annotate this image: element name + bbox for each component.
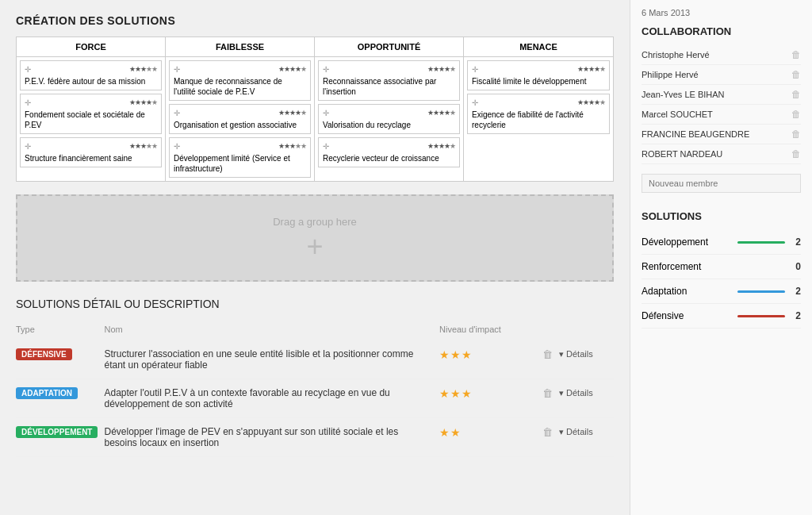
swot-item-text: Fiscalité limite le développement bbox=[472, 76, 605, 86]
star-rating: ★★★★★ bbox=[278, 65, 306, 75]
list-item: Adaptation2 bbox=[642, 279, 801, 304]
solution-type-cell: ADAPTATION bbox=[16, 379, 104, 418]
swot-header: FORCE bbox=[17, 37, 165, 57]
star-rating: ★★★★★ bbox=[427, 109, 455, 118]
swot-item[interactable]: ✛★★★★★Fondement sociale et sociétale de … bbox=[20, 94, 162, 134]
solution-progress-bar bbox=[737, 241, 785, 244]
star-rating: ★★★★★ bbox=[129, 98, 157, 108]
swot-item[interactable]: ✛★★★★★Recyclerie vecteur de croissance bbox=[318, 137, 460, 167]
delete-icon[interactable]: 🗑 bbox=[542, 426, 553, 438]
solution-label: Renforcement bbox=[642, 261, 701, 272]
solutions-sidebar-title: SOLUTIONS bbox=[642, 210, 801, 222]
main-content: CRÉATION DES SOLUTIONS FORCE✛★★★★★P.E.V.… bbox=[0, 0, 630, 515]
solution-actions-cell: 🗑▾ Détails bbox=[542, 379, 614, 418]
solutions-sidebar: Développement2Renforcement0Adaptation2Dé… bbox=[642, 230, 801, 329]
collaboration-list: Christophe Hervé🗑Philippe Hervé🗑Jean-Yve… bbox=[642, 45, 801, 164]
swot-item[interactable]: ✛★★★★★Structure financièrement saine bbox=[20, 137, 162, 167]
th-nom: Nom bbox=[104, 321, 439, 340]
swot-item-text: Valorisation du recyclage bbox=[323, 120, 455, 130]
swot-item[interactable]: ✛★★★★★P.E.V. fédère autour de sa mission bbox=[20, 60, 162, 90]
swot-col-menace: MENACE✛★★★★★Fiscalité limite le développ… bbox=[464, 37, 613, 181]
drag-handle-icon[interactable]: ✛ bbox=[25, 98, 31, 108]
swot-item[interactable]: ✛★★★★★Développement limité (Service et i… bbox=[169, 137, 311, 178]
collaboration-title: COLLABORATION bbox=[642, 25, 801, 37]
star-rating: ★★★★★ bbox=[577, 65, 605, 75]
swot-item-text: Fondement sociale et sociétale de P.EV bbox=[25, 110, 157, 130]
table-row: DÉVELOPPEMENTDévelopper l'image de PEV e… bbox=[16, 418, 614, 457]
swot-col-force: FORCE✛★★★★★P.E.V. fédère autour de sa mi… bbox=[17, 37, 166, 181]
drag-handle-icon[interactable]: ✛ bbox=[323, 108, 329, 118]
solution-label: Défensive bbox=[642, 310, 684, 321]
swot-item[interactable]: ✛★★★★★Organisation et gestion associativ… bbox=[169, 104, 311, 134]
swot-item-text: Organisation et gestion associative bbox=[174, 120, 306, 130]
star-rating: ★★★★★ bbox=[427, 65, 455, 75]
drag-handle-icon[interactable]: ✛ bbox=[323, 64, 329, 75]
solution-count: 0 bbox=[791, 261, 801, 272]
solution-count: 2 bbox=[791, 236, 801, 248]
solution-impact-cell: ★★★ bbox=[439, 340, 542, 379]
drag-handle-icon[interactable]: ✛ bbox=[472, 64, 478, 75]
drag-handle-icon[interactable]: ✛ bbox=[472, 98, 478, 108]
impact-stars: ★★ bbox=[439, 426, 462, 439]
solutions-table: Type Nom Niveau d'impact DÉFENSIVEStruct… bbox=[16, 321, 614, 457]
solution-label: Adaptation bbox=[642, 286, 687, 297]
list-item: Jean-Yves LE BIHAN🗑 bbox=[642, 85, 801, 105]
list-item: ROBERT NARDEAU🗑 bbox=[642, 144, 801, 164]
swot-item[interactable]: ✛★★★★★Manque de reconnaissance de l'util… bbox=[169, 60, 311, 101]
list-item: Marcel SOUCHET🗑 bbox=[642, 105, 801, 125]
solution-impact-cell: ★★ bbox=[439, 418, 542, 457]
swot-items: ✛★★★★★Manque de reconnaissance de l'util… bbox=[166, 57, 314, 181]
solution-badge: DÉFENSIVE bbox=[16, 348, 72, 360]
table-row: DÉFENSIVEStructurer l'association en une… bbox=[16, 340, 614, 379]
drag-handle-icon[interactable]: ✛ bbox=[323, 141, 329, 152]
swot-item[interactable]: ✛★★★★★Fiscalité limite le développement bbox=[467, 60, 610, 90]
swot-item-text: Développement limité (Service et infrast… bbox=[174, 153, 306, 174]
remove-member-icon[interactable]: 🗑 bbox=[791, 148, 801, 159]
list-item: Renforcement0 bbox=[642, 255, 801, 279]
details-link[interactable]: ▾ Détails bbox=[559, 349, 593, 359]
star-rating: ★★★★★ bbox=[129, 65, 157, 75]
star-rating: ★★★★★ bbox=[427, 142, 455, 152]
swot-item[interactable]: ✛★★★★★Exigence de fiabilité de l'activit… bbox=[467, 94, 610, 134]
star-rating: ★★★★★ bbox=[129, 142, 157, 152]
swot-item-text: Reconnaissance associative par l'inserti… bbox=[323, 76, 455, 97]
swot-item[interactable]: ✛★★★★★Valorisation du recyclage bbox=[318, 104, 460, 134]
solution-progress-bar bbox=[737, 315, 785, 317]
swot-item-text: Exigence de fiabilité de l'activité recy… bbox=[472, 110, 605, 130]
th-actions bbox=[542, 321, 614, 340]
details-link[interactable]: ▾ Détails bbox=[559, 427, 593, 437]
swot-header: OPPORTUNITÉ bbox=[315, 37, 463, 57]
new-member-input[interactable] bbox=[642, 174, 801, 193]
list-item: Développement2 bbox=[642, 230, 801, 255]
th-niveau: Niveau d'impact bbox=[439, 321, 542, 340]
drag-handle-icon[interactable]: ✛ bbox=[25, 141, 31, 152]
member-name: Christophe Hervé bbox=[642, 50, 710, 60]
remove-member-icon[interactable]: 🗑 bbox=[791, 49, 801, 60]
remove-member-icon[interactable]: 🗑 bbox=[791, 69, 801, 80]
swot-header: MENACE bbox=[464, 37, 613, 57]
creation-title: CRÉATION DES SOLUTIONS bbox=[16, 14, 614, 27]
drag-handle-icon[interactable]: ✛ bbox=[174, 64, 180, 75]
drag-zone[interactable]: Drag a group here + bbox=[16, 194, 614, 282]
list-item: FRANCINE BEAUGENDRE🗑 bbox=[642, 125, 801, 144]
impact-stars: ★★★ bbox=[439, 387, 473, 400]
solution-type-cell: DÉVELOPPEMENT bbox=[16, 418, 104, 457]
drag-handle-icon[interactable]: ✛ bbox=[174, 108, 180, 118]
solution-count: 2 bbox=[791, 286, 801, 297]
delete-icon[interactable]: 🗑 bbox=[542, 348, 553, 360]
remove-member-icon[interactable]: 🗑 bbox=[791, 109, 801, 120]
details-link[interactable]: ▾ Détails bbox=[559, 388, 593, 398]
star-rating: ★★★★★ bbox=[278, 109, 306, 118]
member-name: Marcel SOUCHET bbox=[642, 110, 713, 119]
delete-icon[interactable]: 🗑 bbox=[542, 387, 553, 399]
remove-member-icon[interactable]: 🗑 bbox=[791, 89, 801, 100]
drag-handle-icon[interactable]: ✛ bbox=[25, 64, 31, 75]
drag-zone-plus-icon: + bbox=[306, 233, 323, 261]
list-item: Philippe Hervé🗑 bbox=[642, 65, 801, 85]
table-row: ADAPTATIONAdapter l'outil P.E.V à un con… bbox=[16, 379, 614, 418]
remove-member-icon[interactable]: 🗑 bbox=[791, 129, 801, 140]
solution-impact-cell: ★★★ bbox=[439, 379, 542, 418]
swot-item[interactable]: ✛★★★★★Reconnaissance associative par l'i… bbox=[318, 60, 460, 101]
drag-handle-icon[interactable]: ✛ bbox=[174, 141, 180, 152]
star-rating: ★★★★★ bbox=[577, 98, 605, 108]
